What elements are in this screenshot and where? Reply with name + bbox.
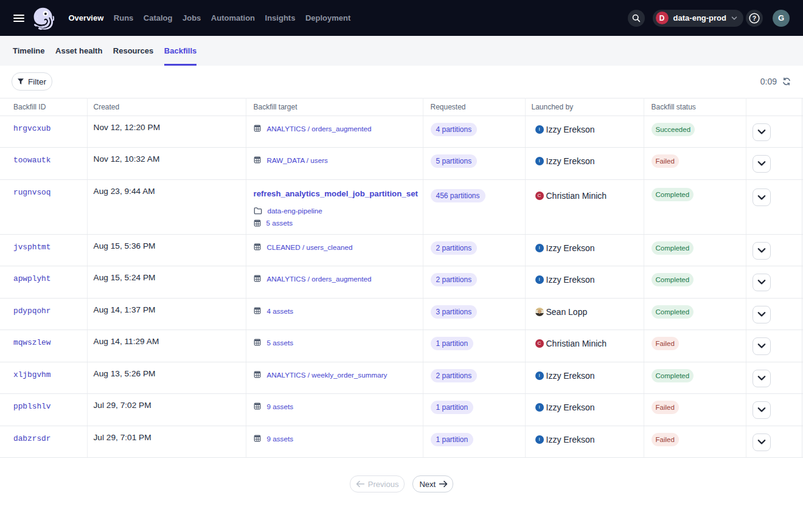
svg-text:?: ? [753, 14, 756, 21]
